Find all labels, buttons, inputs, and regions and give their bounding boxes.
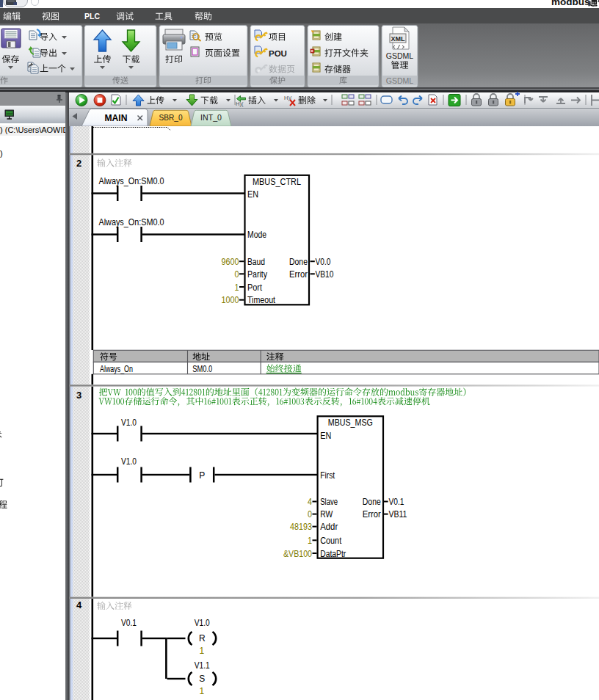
svg-text:Done: Done [363, 497, 381, 507]
svg-text:P: P [199, 470, 205, 481]
svg-text:EN: EN [247, 189, 258, 200]
svg-text:S: S [199, 674, 205, 684]
svg-text:RW: RW [320, 509, 333, 519]
svg-text:4: 4 [76, 599, 82, 610]
svg-text:GSDML: GSDML [386, 76, 414, 85]
svg-text:modbus: modbus [551, 0, 590, 7]
svg-text:Error: Error [289, 269, 308, 280]
svg-text:MBUS_CTRL: MBUS_CTRL [253, 177, 301, 187]
svg-text:Port: Port [247, 282, 263, 293]
svg-text:V1.0: V1.0 [195, 618, 210, 628]
svg-text:Error: Error [363, 509, 381, 519]
svg-text:First: First [320, 470, 335, 481]
svg-text:EN: EN [320, 431, 331, 441]
svg-text:Parity: Parity [247, 269, 267, 280]
svg-text:INT_0: INT_0 [200, 113, 222, 122]
svg-text:PLC: PLC [84, 12, 100, 21]
svg-text:POU: POU [269, 49, 287, 58]
svg-text:3: 3 [76, 390, 81, 401]
svg-text:0: 0 [308, 509, 312, 519]
svg-text:Always_On:SM0.0: Always_On:SM0.0 [99, 176, 164, 186]
svg-text:VB10: VB10 [315, 269, 333, 280]
svg-text:V0.1: V0.1 [121, 618, 137, 628]
svg-text:1000: 1000 [222, 295, 239, 305]
svg-text:SBR_0: SBR_0 [159, 113, 183, 122]
svg-text:0: 0 [235, 269, 239, 280]
svg-text:Mode: Mode [247, 230, 266, 240]
svg-text:V0.0: V0.0 [315, 257, 330, 267]
svg-text:Always_On: Always_On [100, 364, 133, 374]
svg-text:DataPtr: DataPtr [320, 549, 346, 559]
svg-text:Slave: Slave [320, 497, 338, 507]
svg-text:Timeout: Timeout [247, 295, 276, 305]
svg-text:MBUS_MSG: MBUS_MSG [328, 418, 373, 428]
svg-text:Baud: Baud [247, 257, 265, 267]
svg-text:V1.0: V1.0 [121, 418, 137, 428]
svg-text:48193: 48193 [290, 522, 312, 532]
svg-text:V1.0: V1.0 [121, 456, 137, 467]
svg-text:4: 4 [308, 497, 312, 507]
svg-text:VB11: VB11 [388, 509, 407, 519]
svg-text:H)(: H)( [236, 101, 244, 107]
svg-text:SM0.0: SM0.0 [192, 364, 212, 374]
svg-text:R: R [199, 633, 206, 644]
svg-text:V1.1: V1.1 [195, 660, 210, 671]
svg-text:1: 1 [235, 282, 239, 293]
svg-text:XML: XML [391, 35, 406, 43]
svg-text:Done: Done [289, 257, 308, 267]
svg-text:&VB100: &VB100 [283, 549, 312, 559]
svg-text:Addr: Addr [320, 522, 338, 532]
svg-text:1: 1 [199, 646, 204, 656]
svg-text:9600: 9600 [222, 257, 239, 267]
svg-text:MAIN: MAIN [105, 113, 128, 123]
svg-text:2: 2 [76, 158, 81, 169]
svg-text:GSDML: GSDML [386, 51, 414, 60]
svg-text:Always_On:SM0.0: Always_On:SM0.0 [99, 217, 164, 227]
svg-text:Count: Count [320, 536, 342, 546]
svg-text:V0.1: V0.1 [388, 497, 404, 507]
svg-text:1: 1 [308, 536, 312, 546]
svg-text:1: 1 [199, 686, 204, 696]
